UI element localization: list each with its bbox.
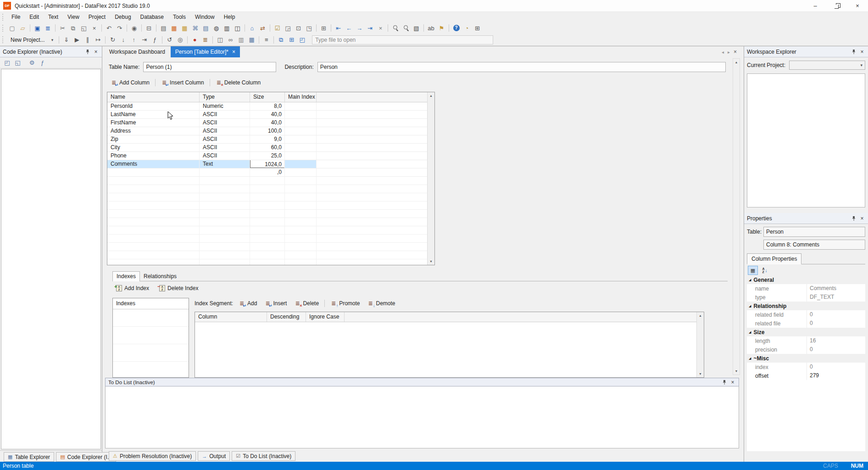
segments-grid[interactable]: Column Descending Ignore Case ▲ ▼ bbox=[195, 312, 704, 378]
expander-icon[interactable]: ◢ bbox=[749, 330, 751, 334]
db-connection-icon[interactable]: ● bbox=[190, 35, 200, 45]
property-row[interactable]: precision0 bbox=[747, 345, 865, 354]
table-row[interactable]: AddressASCII100,0 bbox=[107, 127, 434, 135]
undo-icon[interactable]: ↶ bbox=[104, 23, 114, 33]
settings-globe-icon[interactable]: ⚙ bbox=[27, 58, 37, 67]
category-row[interactable]: ◢~Misc bbox=[747, 354, 865, 363]
scroll-up-icon[interactable]: ▲ bbox=[735, 59, 738, 66]
copy-icon[interactable]: ⧉ bbox=[68, 23, 78, 33]
menu-debug[interactable]: Debug bbox=[110, 12, 135, 22]
type-file-to-open-input[interactable] bbox=[312, 35, 493, 45]
page-icon[interactable]: ◳ bbox=[304, 23, 314, 33]
organize-icon[interactable]: ◰ bbox=[297, 35, 307, 45]
tab-relationships[interactable]: Relationships bbox=[140, 272, 180, 281]
grid-scrollbar[interactable]: ▲ ▼ bbox=[427, 92, 434, 265]
preview-icon[interactable]: ◫ bbox=[215, 35, 225, 45]
categorized-view-button[interactable]: ▦ bbox=[748, 266, 758, 275]
tab-output[interactable]: →Output bbox=[198, 451, 230, 461]
pin-icon[interactable] bbox=[850, 48, 858, 56]
menu-file[interactable]: File bbox=[7, 12, 25, 22]
pause-icon[interactable]: ∥ bbox=[83, 35, 92, 45]
paste-special-icon[interactable]: ◲ bbox=[283, 23, 293, 33]
segment-delete-button[interactable]: ≣×Delete bbox=[290, 298, 323, 309]
restore-button[interactable] bbox=[826, 0, 847, 11]
property-row[interactable]: nameComments bbox=[747, 284, 865, 293]
paste-icon[interactable]: ◱ bbox=[79, 23, 89, 33]
property-row[interactable]: related field0 bbox=[747, 310, 865, 319]
scroll-up-icon[interactable]: ▲ bbox=[429, 92, 433, 99]
run-icon[interactable]: ▶ bbox=[72, 35, 82, 45]
header-type[interactable]: Type bbox=[200, 92, 250, 102]
table-row[interactable]: ZipASCII9,0 bbox=[107, 135, 434, 144]
menu-help[interactable]: Help bbox=[219, 12, 240, 22]
new-project-button[interactable]: New Project... ▾ bbox=[7, 35, 57, 45]
segment-promote-button[interactable]: ≣↑Promote bbox=[327, 298, 363, 309]
tab-column-properties[interactable]: Column Properties bbox=[747, 253, 801, 264]
scroll-down-icon[interactable]: ▼ bbox=[735, 368, 738, 375]
nav-first-icon[interactable]: ⇤ bbox=[334, 23, 343, 33]
tab-indexes[interactable]: Indexes bbox=[112, 271, 140, 281]
sort-az-button[interactable]: ↓ bbox=[760, 266, 770, 275]
save-icon[interactable]: ▣ bbox=[33, 23, 42, 33]
flow-icon[interactable]: ⌘ bbox=[190, 23, 200, 33]
delete-index-button[interactable]: − Delete Index bbox=[156, 283, 202, 294]
table-row[interactable]: FirstNameASCII40,0 bbox=[107, 119, 434, 127]
close-icon[interactable]: × bbox=[729, 379, 737, 386]
menu-edit[interactable]: Edit bbox=[25, 12, 44, 22]
property-row[interactable]: related file0 bbox=[747, 319, 865, 328]
property-row-selected[interactable]: offset279 bbox=[747, 371, 865, 380]
list-item[interactable] bbox=[113, 344, 189, 362]
scroll-up-icon[interactable]: ▲ bbox=[699, 312, 702, 319]
table-row-new[interactable]: ,0 bbox=[107, 168, 434, 177]
new-workspace-icon[interactable]: ▢ bbox=[7, 23, 17, 33]
header-descending[interactable]: Descending bbox=[267, 312, 306, 322]
clear-icon[interactable]: × bbox=[376, 23, 385, 33]
open-icon[interactable]: ▱ bbox=[18, 23, 28, 33]
header-size[interactable]: Size bbox=[250, 92, 285, 102]
segment-add-button[interactable]: ≣↵Add bbox=[235, 298, 261, 309]
glasses-icon[interactable]: ∞ bbox=[226, 35, 235, 45]
property-row[interactable]: index0 bbox=[747, 363, 865, 371]
list-item[interactable] bbox=[113, 309, 189, 327]
table-row[interactable]: PersonIdNumeric8,0 bbox=[107, 102, 434, 111]
save-all-icon[interactable]: ≣ bbox=[43, 23, 53, 33]
db-tables-icon[interactable]: ≣ bbox=[200, 35, 210, 45]
nav-forward-icon[interactable]: → bbox=[355, 23, 364, 33]
run-to-cursor-icon[interactable]: ⇥ bbox=[139, 35, 149, 45]
current-project-dropdown[interactable]: ▾ bbox=[789, 61, 865, 70]
menu-tools[interactable]: Tools bbox=[168, 12, 190, 22]
code-explorer-tree[interactable] bbox=[1, 69, 101, 449]
pin-icon[interactable] bbox=[83, 48, 92, 56]
nav-last-icon[interactable]: ⇥ bbox=[365, 23, 375, 33]
tab-scroll-right-icon[interactable]: ▸ bbox=[728, 50, 730, 55]
table-editor-icon[interactable]: ▦ bbox=[180, 23, 189, 33]
line-numbers-icon[interactable]: ≡ bbox=[262, 35, 271, 45]
restart-icon[interactable]: ↺ bbox=[165, 35, 174, 45]
tab-close-icon[interactable]: × bbox=[232, 49, 235, 55]
tab-problem-resolution[interactable]: ⚠Problem Resolution (Inactive) bbox=[109, 451, 196, 461]
expander-icon[interactable]: ◢ bbox=[749, 304, 751, 308]
tab-workspace-dashboard[interactable]: Workspace Dashboard bbox=[104, 46, 171, 57]
category-row[interactable]: ◢General bbox=[747, 275, 865, 284]
add-column-button[interactable]: ≣↵ Add Column bbox=[107, 77, 153, 88]
workspace-explorer-tree[interactable] bbox=[747, 73, 865, 207]
description-input[interactable] bbox=[317, 62, 726, 72]
insert-column-button[interactable]: ≣↵ Insert Column bbox=[157, 77, 208, 88]
cut-icon[interactable]: ✂ bbox=[58, 23, 67, 33]
close-button[interactable]: × bbox=[847, 0, 868, 11]
window-box-icon[interactable]: ⊞ bbox=[319, 23, 328, 33]
export-icon[interactable]: ⊡ bbox=[294, 23, 303, 33]
redo-icon[interactable]: ↷ bbox=[115, 23, 124, 33]
tasks-icon[interactable]: ☑ bbox=[273, 23, 282, 33]
dashboard-icon[interactable]: ▦ bbox=[169, 23, 179, 33]
menu-text[interactable]: Text bbox=[44, 12, 63, 22]
expander-icon[interactable]: ◢ bbox=[749, 357, 751, 360]
todo-list-body[interactable] bbox=[105, 386, 739, 448]
step-into-icon[interactable]: ↓ bbox=[118, 35, 128, 45]
editor-scrollbar[interactable]: ▲ ▼ bbox=[733, 58, 740, 375]
table-row[interactable]: LastNameASCII40,0 bbox=[107, 111, 434, 119]
stop-icon[interactable]: ◎ bbox=[175, 35, 185, 45]
property-row[interactable]: typeDF_TEXT bbox=[747, 293, 865, 302]
delete-column-button[interactable]: ≣× Delete Column bbox=[212, 77, 264, 88]
locate-in-code-icon[interactable]: ◰ bbox=[2, 58, 12, 67]
